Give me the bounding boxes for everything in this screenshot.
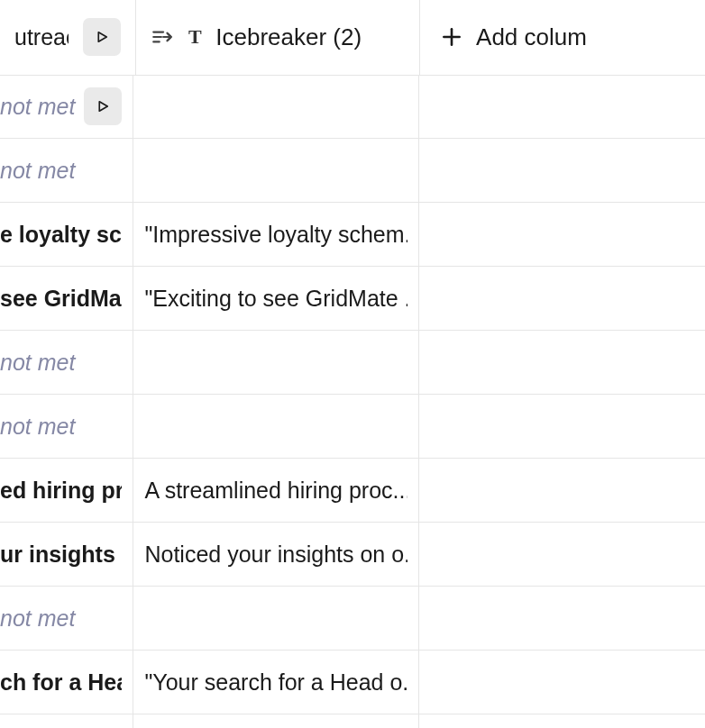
cell-text: ed hiring pro: [0, 478, 122, 504]
cell-empty[interactable]: [419, 139, 705, 202]
cell-text: ch for a Head: [0, 669, 122, 696]
cell-text: A streamlined hiring proc...: [144, 478, 407, 504]
add-column-label: Add colum: [476, 23, 587, 51]
play-icon: [94, 29, 110, 45]
cell-text: see GridMat: [0, 286, 122, 312]
play-icon: [95, 98, 111, 114]
cell-icebreaker[interactable]: [133, 331, 419, 394]
cell-empty[interactable]: [419, 651, 705, 714]
not-met-label: not met: [0, 605, 122, 632]
cell-icebreaker[interactable]: [133, 587, 419, 650]
cell-icebreaker[interactable]: [133, 395, 419, 458]
cell-icebreaker[interactable]: [133, 714, 419, 728]
cell-empty[interactable]: [419, 395, 705, 458]
cell-outreach[interactable]: not met: [0, 75, 133, 138]
cell-text: e loyalty sche: [0, 222, 122, 248]
table-row: ch for a Head"Your search for a Head o..…: [0, 650, 705, 714]
cell-outreach[interactable]: not met: [0, 587, 133, 650]
cell-text: "Impressive loyalty schem...: [144, 222, 407, 248]
table-row: not met: [0, 75, 705, 139]
cell-outreach[interactable]: e loyalty sche: [0, 203, 133, 266]
cell-text: "Your search for a Head o...: [144, 669, 407, 696]
enrich-icon: [151, 25, 174, 49]
cell-empty[interactable]: [419, 523, 705, 586]
table-row: e loyalty sche"Impressive loyalty schem.…: [0, 202, 705, 267]
cell-text: Noticed your insights on o...: [144, 541, 407, 568]
table-row: not met: [0, 330, 705, 395]
table-row: not met: [0, 138, 705, 203]
data-grid: utreach L. T Icebreaker (2): [0, 0, 705, 728]
cell-outreach[interactable]: ch for a Head: [0, 651, 133, 714]
cell-icebreaker[interactable]: "Impressive loyalty schem...: [133, 203, 419, 266]
cell-empty[interactable]: [419, 203, 705, 266]
cell-empty[interactable]: [419, 714, 705, 728]
cell-empty[interactable]: [419, 267, 705, 330]
cell-empty[interactable]: [419, 587, 705, 650]
cell-icebreaker[interactable]: A streamlined hiring proc...: [133, 459, 419, 522]
table-row: ur insights onNoticed your insights on o…: [0, 522, 705, 587]
table-row: not met: [0, 394, 705, 459]
header-row: utreach L. T Icebreaker (2): [0, 0, 705, 76]
plus-icon: [440, 25, 463, 49]
cell-outreach[interactable]: ed hiring pro: [0, 459, 133, 522]
cell-empty[interactable]: [419, 459, 705, 522]
cell-icebreaker[interactable]: Noticed your insights on o...: [133, 523, 419, 586]
column-label: utreach L.: [14, 24, 69, 50]
cell-outreach[interactable]: not met: [0, 395, 133, 458]
table-row: ed hiring proA streamlined hiring proc..…: [0, 458, 705, 523]
table-row: see GridMat"Exciting to see GridMate ...: [0, 266, 705, 331]
cell-outreach[interactable]: see GridMat: [0, 267, 133, 330]
column-label: Icebreaker (2): [215, 23, 362, 51]
cell-outreach[interactable]: not met: [0, 139, 133, 202]
cell-icebreaker[interactable]: [133, 75, 419, 138]
not-met-label: not met: [0, 158, 122, 184]
table-row: [0, 714, 705, 728]
cell-icebreaker[interactable]: [133, 139, 419, 202]
not-met-label: not met: [0, 94, 78, 120]
cell-empty[interactable]: [419, 75, 705, 138]
cell-outreach[interactable]: ur insights on: [0, 523, 133, 586]
add-column-button[interactable]: Add colum: [420, 0, 705, 75]
not-met-label: not met: [0, 350, 122, 376]
run-cell-button[interactable]: [84, 87, 122, 125]
not-met-label: not met: [0, 414, 122, 440]
table-row: not met: [0, 586, 705, 651]
run-column-button[interactable]: [83, 18, 121, 56]
cell-empty[interactable]: [419, 331, 705, 394]
cell-text: "Exciting to see GridMate ...: [144, 286, 407, 312]
column-header-icebreaker[interactable]: T Icebreaker (2): [136, 0, 420, 75]
cell-text: ur insights on: [0, 541, 122, 568]
text-type-icon: T: [183, 25, 206, 49]
cell-icebreaker[interactable]: "Exciting to see GridMate ...: [133, 267, 419, 330]
cell-outreach[interactable]: [0, 714, 133, 728]
cell-outreach[interactable]: not met: [0, 331, 133, 394]
cell-icebreaker[interactable]: "Your search for a Head o...: [133, 651, 419, 714]
column-header-outreach[interactable]: utreach L.: [0, 0, 136, 75]
